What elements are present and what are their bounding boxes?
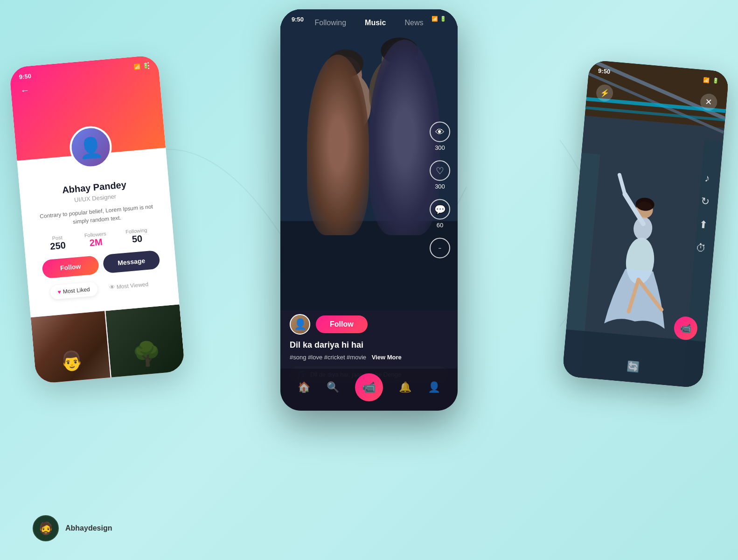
brand-section: 🧔 Abhaydesign	[33, 515, 112, 541]
phone-center: 9:50 📶 🔋 Following Music News	[280, 9, 458, 411]
center-wifi-icon: 📶	[432, 16, 438, 22]
camera-icon-right: 📹	[679, 322, 692, 334]
left-status-bar: 📶 🔋	[133, 63, 149, 70]
notification-icon-center[interactable]: 🔔	[399, 381, 411, 393]
heart-icon: ♥	[57, 288, 61, 295]
right-status-bar: 📶 🔋	[703, 77, 719, 84]
comments-count: 60	[437, 222, 443, 229]
post-stat: Post 250	[49, 234, 66, 252]
profile-icon-center[interactable]: 👤	[428, 381, 440, 393]
right-battery-icon: 🔋	[712, 77, 719, 84]
comments-action: 💬 60	[430, 199, 450, 229]
upload-icon-right[interactable]: ⬆	[698, 218, 708, 231]
more-action: •••	[430, 238, 450, 259]
refresh-icon-right[interactable]: 🔄	[627, 360, 640, 373]
phone-left: 9:50 📶 🔋 ← 👤 Abhay Pandey UI/UX Designer…	[9, 55, 185, 384]
views-action: 👁 300	[430, 122, 450, 151]
clock-icon-right[interactable]: ⏱	[696, 242, 707, 255]
video-tags: #song #love #cricket #movie View More	[290, 354, 448, 361]
nav-music[interactable]: Music	[365, 19, 386, 27]
brand-avatar: 🧔	[33, 515, 59, 541]
heart-icon-center[interactable]: ♡	[430, 161, 450, 181]
right-wifi-icon: 📶	[703, 77, 710, 84]
likes-action: ♡ 300	[430, 161, 450, 190]
video-title: Dil ka dariya hi hai	[290, 340, 448, 350]
most-viewed-tab[interactable]: 👁 Most Viewed	[101, 277, 156, 295]
left-phone-body: Abhay Pandey UI/UX Designer Contrary to …	[17, 148, 179, 318]
gallery-item-1	[31, 311, 113, 384]
center-phone-time: 9:50	[292, 16, 304, 23]
following-count: 50	[126, 233, 148, 245]
followers-count: 2M	[84, 236, 107, 249]
stats-row: Post 250 Followers 2M Following 50	[35, 226, 163, 253]
back-arrow-icon[interactable]: ←	[20, 85, 30, 97]
likes-count: 300	[435, 183, 445, 190]
brand-avatar-icon: 🧔	[38, 521, 53, 536]
followers-stat: Followers 2M	[84, 231, 107, 249]
eye-icon[interactable]: 👁	[430, 122, 450, 142]
center-bottom-nav: 🏠 🔍 📹 🔔 👤	[280, 369, 458, 411]
nav-following[interactable]: Following	[315, 19, 347, 27]
right-action-panel: 👁 300 ♡ 300 💬 60 •••	[430, 122, 450, 259]
user-info-row: 👤 Follow	[290, 314, 448, 335]
message-button[interactable]: Message	[103, 250, 160, 273]
camera-icon-center: 📹	[362, 381, 376, 394]
profile-avatar-container: 👤	[68, 125, 114, 170]
home-icon-center[interactable]: 🏠	[298, 381, 310, 393]
action-buttons: Follow Message	[37, 250, 165, 280]
eye-icon-small: 👁	[109, 284, 115, 291]
right-top-icons: ⚡	[596, 84, 614, 102]
phone-right: 9:50 📶 🔋	[562, 60, 729, 388]
center-battery-icon: 🔋	[440, 16, 446, 22]
gallery-item-2: 🌳	[105, 304, 185, 384]
search-icon-center[interactable]: 🔍	[327, 381, 339, 393]
view-more-link[interactable]: View More	[372, 354, 402, 361]
following-stat: Following 50	[125, 227, 148, 245]
music-icon-right[interactable]: ♪	[704, 172, 710, 185]
flash-icon[interactable]: ⚡	[596, 84, 614, 102]
follow-button-center[interactable]: Follow	[316, 315, 368, 333]
brand-name: Abhaydesign	[65, 524, 112, 532]
profile-bio: Contrary to popular belief, Lorem Ipsum …	[33, 202, 160, 230]
right-phone-time: 9:50	[598, 67, 611, 75]
comment-icon[interactable]: 💬	[430, 199, 450, 220]
more-options-icon[interactable]	[147, 62, 149, 69]
center-phone-status: 📶 🔋	[432, 16, 446, 22]
center-top-nav: Following Music News	[280, 9, 458, 32]
record-button-center[interactable]: 📹	[355, 373, 383, 401]
wifi-icon: 📶	[133, 63, 141, 70]
post-count: 250	[50, 240, 66, 252]
left-phone-time: 9:50	[19, 72, 31, 80]
avatar: 👤	[68, 125, 114, 170]
follow-button[interactable]: Follow	[42, 255, 99, 279]
nav-news[interactable]: News	[404, 19, 423, 27]
content-tabs: ♥ Most Liked 👁 Most Viewed	[39, 276, 167, 301]
more-dots-icon[interactable]: •••	[430, 238, 450, 259]
most-liked-tab[interactable]: ♥ Most Liked	[50, 282, 98, 300]
user-avatar: 👤	[290, 314, 310, 335]
rotate-icon-right[interactable]: ↻	[701, 195, 710, 208]
profile-gallery: 🌳	[31, 304, 185, 384]
views-count: 300	[435, 144, 445, 151]
